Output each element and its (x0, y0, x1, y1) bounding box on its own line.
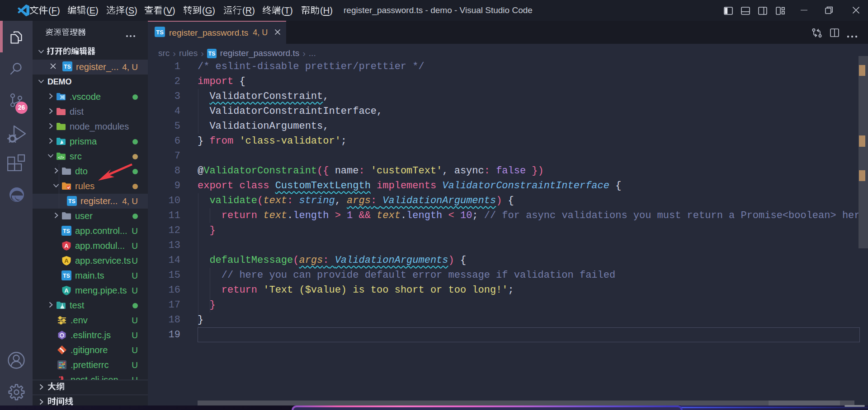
svg-text:TS: TS (208, 51, 215, 57)
svg-text:TS: TS (63, 272, 70, 279)
svg-text:TS: TS (68, 198, 75, 204)
svg-text:A: A (64, 287, 69, 294)
svg-text:TS: TS (156, 29, 164, 36)
svg-text:A: A (64, 242, 69, 249)
svg-text:A: A (64, 257, 69, 264)
svg-text:TS: TS (63, 228, 70, 234)
svg-text:TS: TS (64, 63, 71, 70)
svg-text:</>: </> (58, 154, 64, 159)
